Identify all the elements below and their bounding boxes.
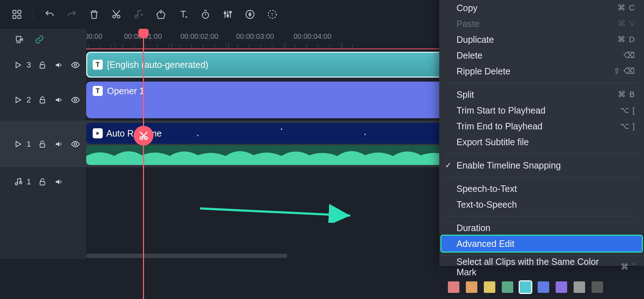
lock-icon[interactable] — [37, 95, 47, 105]
ruler-tick: 00:00:03:00 — [236, 32, 274, 41]
svg-marker-28 — [97, 132, 99, 135]
speaker-icon[interactable] — [54, 177, 64, 187]
color-swatch[interactable] — [556, 281, 567, 293]
svg-text:T: T — [271, 13, 274, 17]
text-clip-icon: T — [93, 60, 103, 70]
track-number: 1 — [27, 177, 31, 187]
ctx-item-select-all-clips-with-the-same-color-mark[interactable]: Select all Clips with the Same Color Mar… — [439, 259, 644, 275]
eye-icon[interactable] — [70, 60, 80, 70]
svg-point-30 — [144, 137, 147, 139]
ctx-item-speech-to-text[interactable]: Speech-to-Text — [439, 181, 644, 197]
svg-rect-2 — [13, 15, 16, 19]
svg-rect-1 — [18, 10, 22, 14]
svg-marker-19 — [16, 97, 21, 102]
ctx-item-duplicate[interactable]: Duplicate⌘ D — [439, 32, 644, 47]
scrollbar-thumb[interactable] — [86, 254, 287, 258]
speaker-icon[interactable] — [54, 95, 64, 105]
tag-icon[interactable] — [155, 8, 167, 20]
color-swatch[interactable] — [574, 281, 585, 293]
lock-icon[interactable] — [37, 60, 47, 70]
svg-point-7 — [161, 12, 162, 13]
color-swatch[interactable] — [592, 281, 603, 293]
eye-icon[interactable] — [70, 139, 80, 149]
text-clip-icon: T — [93, 86, 103, 96]
ctx-item-duration[interactable]: Duration — [439, 220, 644, 236]
svg-point-10 — [227, 15, 229, 17]
eye-icon[interactable] — [70, 95, 80, 105]
ctx-item-paste: Paste⌘ V — [439, 16, 644, 32]
audio-denoise-icon[interactable] — [244, 8, 256, 20]
svg-rect-27 — [40, 181, 45, 185]
ctx-item-enable-timeline-snapping[interactable]: ✓Enable Timeline Snapping — [439, 157, 644, 173]
ctx-item-text-to-speech[interactable]: Text-to-Speech — [439, 197, 644, 212]
context-menu: Copy⌘ CPaste⌘ VDuplicate⌘ DDelete⌫Ripple… — [439, 0, 644, 266]
link-icon[interactable] — [34, 35, 45, 44]
playhead-split-bubble[interactable] — [134, 126, 153, 146]
ruler-tick: 00:00:04:00 — [293, 32, 332, 41]
speaker-icon[interactable] — [54, 139, 64, 149]
ctx-item-trim-start-to-playhead[interactable]: Trim Start to Playhead⌥ [ — [439, 102, 644, 118]
svg-point-4 — [113, 15, 116, 18]
svg-point-5 — [117, 15, 120, 18]
track-type-icon — [13, 60, 23, 70]
track-number: 2 — [27, 95, 31, 105]
ctx-item-split[interactable]: Split⌘ B — [439, 87, 644, 102]
ctx-separator — [444, 83, 639, 83]
svg-rect-15 — [16, 36, 21, 41]
ctx-separator — [444, 216, 639, 216]
svg-point-29 — [140, 137, 143, 139]
ruler-tick: 00:00:02:00 — [180, 32, 218, 41]
svg-rect-3 — [18, 15, 21, 19]
svg-marker-22 — [16, 141, 21, 147]
clip-label: Opener 1 — [107, 86, 144, 96]
play-clip-icon — [93, 128, 103, 138]
track-type-icon — [13, 95, 23, 105]
color-swatch[interactable] — [484, 281, 495, 293]
cut-icon[interactable] — [110, 8, 122, 20]
svg-point-11 — [230, 11, 231, 13]
track-number: 1 — [27, 139, 31, 149]
svg-point-24 — [74, 143, 77, 145]
toolbar-separator — [33, 9, 33, 19]
color-swatch[interactable] — [466, 281, 477, 293]
svg-rect-23 — [40, 143, 45, 147]
stopwatch-icon[interactable] — [199, 8, 212, 20]
add-track-icon[interactable] — [14, 35, 24, 44]
track-number: 3 — [27, 60, 31, 70]
playhead[interactable] — [143, 29, 144, 299]
svg-point-21 — [74, 99, 77, 101]
ctx-item-delete[interactable]: Delete⌫ — [439, 47, 644, 63]
ctx-separator — [444, 153, 639, 154]
color-swatch[interactable] — [538, 281, 549, 293]
playhead-handle[interactable] — [138, 29, 149, 38]
color-swatch[interactable] — [448, 281, 459, 293]
music-track-icon — [13, 177, 23, 187]
svg-rect-0 — [13, 10, 16, 14]
music-drop-icon[interactable] — [133, 8, 145, 20]
ruler-tick: 00:00 — [86, 32, 102, 41]
ctx-item-export-subtitle-file[interactable]: Export Subtitle file — [439, 134, 644, 150]
track-headers: 3 2 1 1 — [0, 29, 86, 259]
color-swatch[interactable] — [502, 281, 513, 293]
color-swatch[interactable] — [520, 281, 531, 293]
text-icon[interactable] — [177, 8, 189, 20]
apps-icon[interactable] — [11, 8, 23, 20]
ctx-item-copy[interactable]: Copy⌘ C — [439, 0, 644, 16]
color-swatches — [439, 275, 644, 293]
ctx-item-trim-end-to-playhead[interactable]: Trim End to Playhead⌥ ] — [439, 118, 644, 134]
clip-label: [English (auto-generated) — [107, 60, 208, 70]
lock-icon[interactable] — [37, 139, 47, 149]
ctx-item-advanced-edit[interactable]: Advanced Edit — [441, 236, 642, 252]
ctx-separator — [444, 177, 639, 177]
track-type-icon — [13, 139, 23, 149]
speaker-icon[interactable] — [54, 60, 64, 70]
delete-icon[interactable] — [88, 8, 100, 20]
undo-icon[interactable] — [43, 8, 56, 20]
lock-icon[interactable] — [37, 177, 47, 187]
redo-icon[interactable] — [66, 8, 78, 20]
svg-rect-17 — [40, 64, 45, 68]
sub-sync-icon[interactable]: T — [266, 8, 278, 20]
sliders-icon[interactable] — [222, 8, 234, 20]
ctx-separator — [444, 255, 639, 256]
ctx-item-ripple-delete[interactable]: Ripple Delete⇧ ⌫ — [439, 63, 644, 79]
